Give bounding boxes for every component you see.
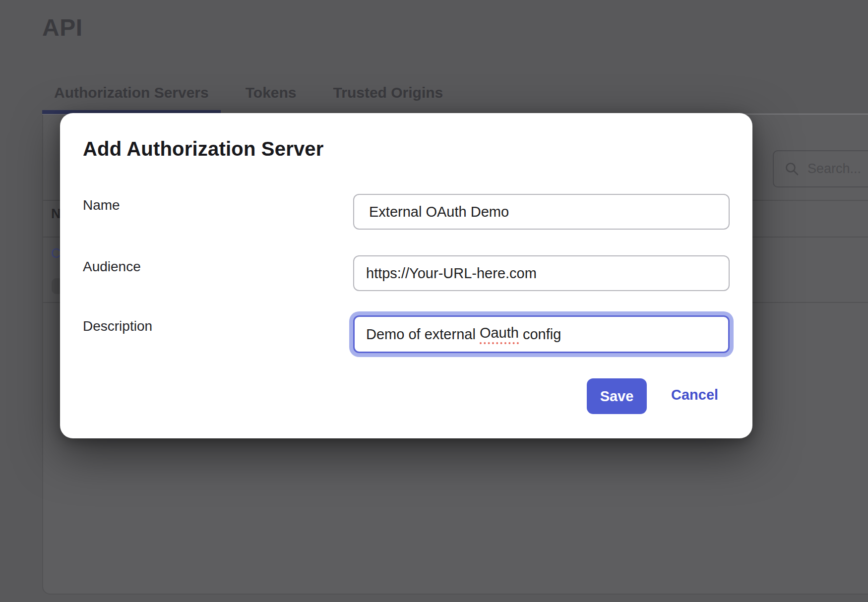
- description-input[interactable]: Demo of external Oauth config: [353, 315, 730, 353]
- search-icon: [785, 162, 800, 177]
- audience-label: Audience: [83, 259, 141, 275]
- save-button[interactable]: Save: [587, 378, 647, 414]
- tab-bar: Authorization Servers Tokens Trusted Ori…: [42, 74, 455, 114]
- search-input[interactable]: [807, 161, 868, 177]
- modal-title: Add Authorization Server: [83, 138, 324, 160]
- description-text: Demo of external: [366, 326, 480, 343]
- description-misspelled-word: Oauth: [480, 325, 519, 344]
- search-box[interactable]: [773, 150, 868, 187]
- name-input[interactable]: [353, 194, 730, 230]
- audience-input[interactable]: [353, 255, 730, 291]
- description-label: Description: [83, 318, 152, 334]
- description-text-after: config: [519, 326, 561, 343]
- cancel-button[interactable]: Cancel: [671, 387, 718, 403]
- add-authorization-server-modal: Add Authorization Server Name Audience D…: [60, 113, 752, 438]
- page-title: API: [42, 14, 83, 41]
- name-label: Name: [83, 197, 120, 213]
- tab-trusted-origins[interactable]: Trusted Origins: [321, 74, 455, 114]
- tab-tokens[interactable]: Tokens: [234, 74, 309, 114]
- tab-authorization-servers[interactable]: Authorization Servers: [42, 74, 221, 114]
- table-row-link[interactable]: C: [51, 246, 61, 261]
